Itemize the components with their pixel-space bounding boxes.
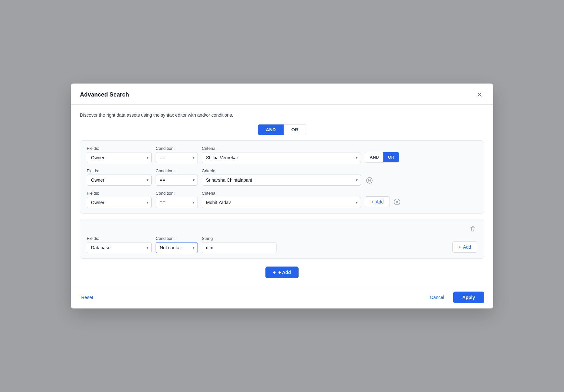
add-group-icon: + bbox=[273, 270, 276, 275]
condition-select-wrapper-1-2: == ▾ bbox=[156, 175, 198, 186]
criteria-select-wrapper-1-3: Mohit Yadav ▾ bbox=[202, 197, 361, 208]
condition-select-2-1[interactable]: Not conta... bbox=[156, 242, 198, 253]
field-group-1-3: Fields: Owner ▾ bbox=[87, 191, 152, 208]
cancel-button[interactable]: Cancel bbox=[425, 292, 450, 303]
modal-title: Advanced Search bbox=[80, 91, 129, 98]
row-actions-1-1: AND OR bbox=[365, 152, 399, 163]
reset-button[interactable]: Reset bbox=[80, 292, 95, 303]
criteria-group-1-2: Criteria: Sriharsha Chintalapani ▾ bbox=[202, 168, 361, 186]
condition-label-1-2: Condition: bbox=[156, 168, 198, 173]
condition-group-1-3: Condition: == ▾ bbox=[156, 191, 198, 208]
toggle-group: AND OR bbox=[258, 124, 306, 135]
modal-overlay: Advanced Search Discover the right data … bbox=[0, 0, 564, 392]
or-toggle-button[interactable]: OR bbox=[284, 124, 306, 135]
criteria-label-1-1: Criteria: bbox=[202, 146, 361, 151]
row-actions-2-1: + Add bbox=[452, 242, 477, 253]
add-group-button[interactable]: + + Add bbox=[265, 267, 299, 278]
add-label: Add bbox=[376, 199, 384, 204]
condition-row-2: Fields: Owner ▾ Condition: == bbox=[87, 168, 477, 186]
fields-label-2-1: Fields: bbox=[87, 236, 152, 241]
condition-group-1-2: Condition: == ▾ bbox=[156, 168, 198, 186]
condition-select-1-2[interactable]: == bbox=[156, 175, 198, 186]
add-row-button-1-3[interactable]: + Add bbox=[365, 196, 390, 207]
condition-group-2-1: Condition: Not conta... ▾ bbox=[156, 236, 198, 253]
fields-select-wrapper-2-1: Database ▾ bbox=[87, 242, 152, 253]
fields-label-1-2: Fields: bbox=[87, 168, 152, 173]
condition-row-3: Fields: Owner ▾ Condition: == bbox=[87, 191, 477, 208]
criteria-select-wrapper-1-1: Shilpa Vernekar ▾ bbox=[202, 152, 361, 163]
condition-row-1: Fields: Owner ▾ Condition: == bbox=[87, 146, 477, 163]
fields-select-1-2[interactable]: Owner bbox=[87, 175, 152, 186]
row-actions-1-3: + Add bbox=[365, 196, 402, 207]
add-row-button-2-1[interactable]: + Add bbox=[452, 242, 477, 253]
apply-button[interactable]: Apply bbox=[453, 292, 484, 303]
remove-row-button-1-2[interactable] bbox=[365, 176, 374, 185]
criteria-group-1-3: Criteria: Mohit Yadav ▾ bbox=[202, 191, 361, 208]
condition-row-group2: Fields: Database ▾ Condition: Not co bbox=[87, 236, 477, 253]
footer-right: Cancel Apply bbox=[425, 292, 484, 303]
condition-group-2: Fields: Database ▾ Condition: Not co bbox=[80, 219, 484, 259]
criteria-select-wrapper-1-2: Sriharsha Chintalapani ▾ bbox=[202, 175, 361, 186]
fields-select-2-1[interactable]: Database bbox=[87, 242, 152, 253]
string-label-2-1: String bbox=[202, 236, 276, 241]
modal-header: Advanced Search bbox=[71, 84, 493, 105]
row-and-btn-1-1[interactable]: AND bbox=[365, 152, 383, 162]
criteria-select-1-3[interactable]: Mohit Yadav bbox=[202, 197, 361, 208]
add-label: Add bbox=[463, 244, 471, 250]
string-input-2-1[interactable] bbox=[202, 242, 276, 253]
add-group-label: + Add bbox=[278, 270, 291, 275]
fields-select-1-3[interactable]: Owner bbox=[87, 197, 152, 208]
field-group-2-1: Fields: Database ▾ bbox=[87, 236, 152, 253]
fields-label-1-1: Fields: bbox=[87, 146, 152, 151]
row-or-btn-1-1[interactable]: OR bbox=[383, 152, 399, 162]
field-group-1-2: Fields: Owner ▾ bbox=[87, 168, 152, 186]
condition-select-1-1[interactable]: == bbox=[156, 152, 198, 163]
fields-select-wrapper-1-2: Owner ▾ bbox=[87, 175, 152, 186]
and-or-toggle-group: AND OR bbox=[80, 124, 484, 135]
fields-select-1-1[interactable]: Owner bbox=[87, 152, 152, 163]
modal-footer: Reset Cancel Apply bbox=[71, 286, 493, 308]
fields-label-1-3: Fields: bbox=[87, 191, 152, 196]
condition-label-1-3: Condition: bbox=[156, 191, 198, 196]
criteria-select-1-1[interactable]: Shilpa Vernekar bbox=[202, 152, 361, 163]
add-group-container: + + Add bbox=[80, 264, 484, 278]
row-and-or-toggle-1-1: AND OR bbox=[365, 152, 399, 163]
modal-body: Discover the right data assets using the… bbox=[71, 105, 493, 286]
criteria-group-1-1: Criteria: Shilpa Vernekar ▾ bbox=[202, 146, 361, 163]
criteria-label-1-3: Criteria: bbox=[202, 191, 361, 196]
condition-select-wrapper-2-1: Not conta... ▾ bbox=[156, 242, 198, 253]
and-toggle-button[interactable]: AND bbox=[258, 124, 283, 135]
criteria-label-1-2: Criteria: bbox=[202, 168, 361, 173]
condition-group-1-1: Condition: == ▾ bbox=[156, 146, 198, 163]
delete-group-2-button[interactable] bbox=[468, 224, 477, 233]
condition-select-wrapper-1-3: == ▾ bbox=[156, 197, 198, 208]
add-icon: + bbox=[458, 244, 461, 250]
condition-select-wrapper-1-1: == ▾ bbox=[156, 152, 198, 163]
row-actions-1-2 bbox=[365, 176, 374, 185]
condition-select-1-3[interactable]: == bbox=[156, 197, 198, 208]
condition-label-2-1: Condition: bbox=[156, 236, 198, 241]
condition-group-1: Fields: Owner ▾ Condition: == bbox=[80, 140, 484, 214]
fields-select-wrapper-1-3: Owner ▾ bbox=[87, 197, 152, 208]
remove-row-button-1-3[interactable] bbox=[392, 197, 402, 206]
field-group-1-1: Fields: Owner ▾ bbox=[87, 146, 152, 163]
condition-label-1-1: Condition: bbox=[156, 146, 198, 151]
advanced-search-modal: Advanced Search Discover the right data … bbox=[71, 84, 493, 308]
fields-select-wrapper-1-1: Owner ▾ bbox=[87, 152, 152, 163]
group-2-header bbox=[87, 224, 477, 236]
criteria-select-1-2[interactable]: Sriharsha Chintalapani bbox=[202, 175, 361, 186]
description-text: Discover the right data assets using the… bbox=[80, 112, 484, 118]
close-button[interactable] bbox=[475, 90, 484, 99]
string-group-2-1: String bbox=[202, 236, 276, 253]
add-icon: + bbox=[371, 199, 374, 204]
